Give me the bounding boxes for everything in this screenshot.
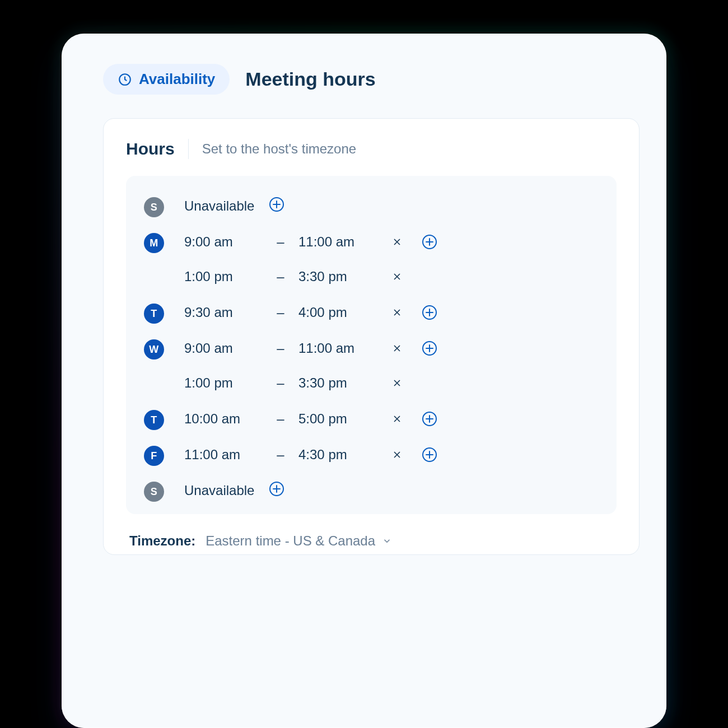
plus-circle-icon [269,197,284,212]
availability-pill[interactable]: Availability [103,64,230,95]
slot-start[interactable]: 1:00 pm [184,375,263,391]
remove-slot-button[interactable] [385,449,409,460]
day-slots: 9:00 am–11:00 am1:00 pm–3:30 pm [184,231,599,288]
remove-slot-button[interactable] [385,343,409,354]
chevron-down-icon [382,536,392,546]
plus-circle-icon [422,411,437,427]
day-row: M9:00 am–11:00 am1:00 pm–3:30 pm [144,227,599,291]
hours-panel-header: Hours Set to the host's timezone [126,139,617,159]
day-row: T9:30 am–4:00 pm [144,298,599,327]
day-badge[interactable]: M [144,233,164,253]
timezone-select[interactable]: Eastern time - US & Canada [206,533,392,549]
time-slot: 9:00 am–11:00 am [184,231,599,253]
hours-list: SUnavailableM9:00 am–11:00 am1:00 pm–3:3… [126,176,617,514]
time-slot: 11:00 am–4:30 pm [184,444,599,466]
slot-start[interactable]: 11:00 am [184,447,263,463]
day-row: W9:00 am–11:00 am1:00 pm–3:30 pm [144,334,599,398]
plus-circle-icon [269,481,284,497]
time-slot: 1:00 pm–3:30 pm [184,372,599,394]
divider [188,139,189,159]
day-badge[interactable]: T [144,304,164,324]
slot-start[interactable]: 1:00 pm [184,269,263,284]
plus-circle-icon [422,447,437,463]
time-slot: 1:00 pm–3:30 pm [184,265,599,288]
day-row: SUnavailable [144,192,599,221]
day-row: T10:00 am–5:00 pm [144,404,599,433]
dash: – [270,340,291,356]
dash: – [270,447,291,463]
slot-end[interactable]: 5:00 pm [298,411,377,427]
unavailable-row: Unavailable [184,479,599,502]
remove-slot-button[interactable] [385,413,409,424]
slot-end[interactable]: 3:30 pm [298,375,377,391]
plus-circle-icon [422,305,437,320]
dash: – [270,269,291,284]
hours-title: Hours [126,139,175,158]
time-slot: 10:00 am–5:00 pm [184,408,599,430]
add-slot-button[interactable] [269,197,284,216]
day-badge[interactable]: F [144,446,164,466]
add-slot-button[interactable] [417,340,442,356]
slot-end[interactable]: 4:30 pm [298,447,377,463]
timezone-value: Eastern time - US & Canada [206,533,375,549]
day-slots: 9:00 am–11:00 am1:00 pm–3:30 pm [184,337,599,394]
unavailable-label: Unavailable [184,483,254,498]
slot-start[interactable]: 10:00 am [184,411,263,427]
time-slot: 9:00 am–11:00 am [184,337,599,360]
slot-end[interactable]: 4:00 pm [298,305,377,320]
availability-pill-label: Availability [139,71,215,88]
plus-circle-icon [422,234,437,250]
dash: – [270,411,291,427]
header: Availability Meeting hours [103,64,640,95]
day-row: SUnavailable [144,476,599,505]
hours-subtitle: Set to the host's timezone [202,141,356,157]
remove-slot-button[interactable] [385,377,409,389]
time-slot: 9:30 am–4:00 pm [184,301,599,324]
day-slots: 11:00 am–4:30 pm [184,444,599,466]
day-badge[interactable]: W [144,339,164,360]
add-slot-button[interactable] [417,447,442,463]
slot-end[interactable]: 11:00 am [298,234,377,250]
plus-circle-icon [422,340,437,356]
close-icon [391,236,403,248]
day-badge[interactable]: S [144,197,164,217]
timezone-row: Timezone: Eastern time - US & Canada [129,533,617,554]
clock-icon [118,72,132,87]
dash: – [270,234,291,250]
slot-end[interactable]: 11:00 am [298,340,377,356]
day-badge[interactable]: S [144,482,164,502]
day-slots: Unavailable [184,479,599,502]
add-slot-button[interactable] [417,411,442,427]
hours-panel: Hours Set to the host's timezone SUnavai… [103,118,640,555]
day-slots: 9:30 am–4:00 pm [184,301,599,324]
add-slot-button[interactable] [417,305,442,320]
remove-slot-button[interactable] [385,271,409,282]
unavailable-label: Unavailable [184,198,254,214]
add-slot-button[interactable] [417,234,442,250]
remove-slot-button[interactable] [385,236,409,248]
close-icon [391,449,403,460]
dash: – [270,305,291,320]
day-badge[interactable]: T [144,410,164,430]
remove-slot-button[interactable] [385,307,409,318]
close-icon [391,377,403,389]
close-icon [391,413,403,424]
day-row: F11:00 am–4:30 pm [144,440,599,469]
add-slot-button[interactable] [269,481,284,500]
slot-start[interactable]: 9:30 am [184,305,263,320]
unavailable-row: Unavailable [184,195,599,217]
slot-start[interactable]: 9:00 am [184,340,263,356]
timezone-label: Timezone: [129,533,195,549]
page-title: Meeting hours [245,68,375,90]
slot-start[interactable]: 9:00 am [184,234,263,250]
close-icon [391,271,403,282]
slot-end[interactable]: 3:30 pm [298,269,377,284]
dash: – [270,375,291,391]
close-icon [391,307,403,318]
availability-card: Availability Meeting hours Hours Set to … [62,34,666,728]
day-slots: Unavailable [184,195,599,217]
day-slots: 10:00 am–5:00 pm [184,408,599,430]
close-icon [391,343,403,354]
